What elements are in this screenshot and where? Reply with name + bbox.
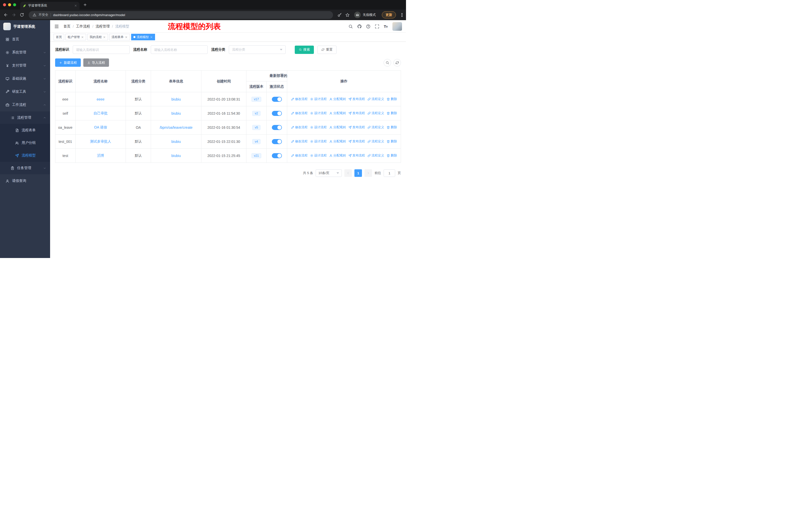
action-process-definition[interactable]: 流程定义: [368, 139, 384, 144]
action-design-process[interactable]: 设计流程: [310, 154, 327, 158]
active-status-toggle[interactable]: [272, 125, 282, 130]
action-publish-process[interactable]: 发布流程: [348, 154, 365, 158]
close-icon[interactable]: [103, 36, 106, 38]
user-avatar[interactable]: [393, 22, 402, 31]
sidebar-item-home[interactable]: 首页: [0, 33, 50, 46]
window-close-button[interactable]: [3, 3, 6, 6]
action-assign-rule[interactable]: 分配规则: [329, 125, 346, 130]
sidebar-item-devtools[interactable]: 研发工具: [0, 85, 50, 98]
action-publish-process[interactable]: 发布流程: [348, 111, 365, 115]
sidebar-item-workflow[interactable]: 工作流程: [0, 98, 50, 111]
action-delete[interactable]: 删除: [387, 139, 397, 144]
security-warning-icon[interactable]: [33, 13, 36, 17]
prev-page-button[interactable]: [344, 169, 352, 177]
breadcrumb-item-process-mgmt[interactable]: 流程管理: [96, 24, 110, 29]
bookmark-star-icon[interactable]: [345, 13, 350, 17]
process-id-input[interactable]: [73, 45, 129, 54]
action-edit-process[interactable]: 修改流程: [291, 125, 308, 130]
action-delete[interactable]: 删除: [387, 111, 397, 115]
sidebar-item-payment[interactable]: 支付管理: [0, 59, 50, 72]
password-key-icon[interactable]: [338, 13, 342, 17]
version-badge[interactable]: v4: [252, 139, 261, 144]
import-process-button[interactable]: 导入流程: [83, 58, 109, 67]
browser-menu-icon[interactable]: [402, 13, 403, 17]
chrome-update-button[interactable]: 更新: [382, 11, 396, 19]
reset-button[interactable]: 重置: [317, 46, 337, 54]
action-assign-rule[interactable]: 分配规则: [329, 139, 346, 144]
form-info-link[interactable]: biubiu: [171, 154, 181, 158]
help-icon[interactable]: [366, 24, 371, 29]
close-icon[interactable]: [125, 36, 127, 38]
sidebar-item-user-group[interactable]: 用户分组: [0, 137, 50, 149]
refresh-table-button[interactable]: [394, 59, 401, 66]
tag-tenant[interactable]: 租户管理: [65, 34, 86, 40]
action-delete[interactable]: 删除: [387, 154, 397, 158]
action-assign-rule[interactable]: 分配规则: [329, 154, 346, 158]
back-icon[interactable]: [3, 12, 8, 17]
tag-home[interactable]: 首页: [54, 34, 64, 40]
active-status-toggle[interactable]: [272, 97, 282, 102]
action-assign-rule[interactable]: 分配规则: [329, 111, 346, 115]
search-button[interactable]: 搜索: [295, 46, 314, 54]
action-publish-process[interactable]: 发布流程: [348, 139, 365, 144]
action-publish-process[interactable]: 发布流程: [348, 125, 365, 130]
version-badge[interactable]: v5: [252, 125, 261, 130]
action-process-definition[interactable]: 流程定义: [368, 154, 384, 158]
reload-icon[interactable]: [20, 12, 24, 17]
tag-process-form[interactable]: 流程表单: [109, 34, 130, 40]
fullscreen-icon[interactable]: [375, 24, 379, 29]
version-badge[interactable]: v17: [252, 97, 261, 102]
action-process-definition[interactable]: 流程定义: [368, 125, 384, 130]
action-process-definition[interactable]: 流程定义: [368, 97, 384, 101]
breadcrumb-item-home[interactable]: 首页: [63, 24, 70, 29]
action-delete[interactable]: 删除: [387, 125, 397, 130]
action-edit-process[interactable]: 修改流程: [291, 154, 308, 158]
version-badge[interactable]: v21: [252, 153, 261, 158]
browser-tab[interactable]: 芋道管理系统: [20, 2, 80, 9]
window-zoom-button[interactable]: [13, 3, 16, 6]
action-edit-process[interactable]: 修改流程: [291, 97, 308, 101]
sidebar-item-task-mgmt[interactable]: 任务管理: [0, 162, 50, 174]
breadcrumb-item-workflow[interactable]: 工作流程: [76, 24, 90, 29]
process-name-input[interactable]: [151, 45, 208, 54]
next-page-button[interactable]: [365, 169, 372, 177]
active-status-toggle[interactable]: [272, 139, 282, 144]
action-design-process[interactable]: 设计流程: [310, 111, 327, 115]
process-name-link[interactable]: 滔博: [97, 154, 104, 158]
sidebar-item-process-mgmt[interactable]: 流程管理: [0, 111, 50, 124]
window-minimize-button[interactable]: [8, 3, 11, 6]
close-icon[interactable]: [150, 36, 153, 38]
action-delete[interactable]: 删除: [387, 97, 397, 101]
process-name-link[interactable]: 测试多审批人: [90, 139, 111, 143]
action-publish-process[interactable]: 发布流程: [348, 97, 365, 101]
search-icon[interactable]: [348, 24, 353, 29]
form-info-link[interactable]: biubiu: [171, 111, 181, 115]
action-design-process[interactable]: 设计流程: [310, 125, 327, 130]
process-name-link[interactable]: 自己审批: [94, 111, 108, 115]
action-assign-rule[interactable]: 分配规则: [329, 97, 346, 101]
tag-process-model[interactable]: 流程模型: [131, 34, 155, 40]
close-icon[interactable]: [81, 36, 84, 38]
sidebar-item-process-form[interactable]: 流程表单: [0, 124, 50, 137]
category-select[interactable]: 流程分类: [229, 45, 286, 54]
create-process-button[interactable]: 新建流程: [55, 58, 81, 67]
process-name-link[interactable]: OA 请假: [94, 125, 107, 129]
toggle-search-button[interactable]: [384, 59, 391, 66]
font-size-icon[interactable]: [384, 24, 388, 29]
sidebar-item-system[interactable]: 系统管理: [0, 46, 50, 59]
action-edit-process[interactable]: 修改流程: [291, 111, 308, 115]
form-info-link[interactable]: /bpm/oa/leave/create: [160, 126, 193, 130]
github-icon[interactable]: [357, 24, 362, 29]
sidebar-item-infra[interactable]: 基础设施: [0, 72, 50, 85]
action-edit-process[interactable]: 修改流程: [291, 139, 308, 144]
tab-close-icon[interactable]: [74, 4, 77, 7]
page-1-button[interactable]: 1: [354, 169, 362, 177]
sidebar-item-process-model[interactable]: 流程模型: [0, 149, 50, 162]
action-design-process[interactable]: 设计流程: [310, 139, 327, 144]
tag-my-process[interactable]: 我的流程: [87, 34, 108, 40]
sidebar-item-leave-query[interactable]: 请假查询: [0, 174, 50, 187]
address-bar[interactable]: 不安全 dashboard.yudao.iocoder.cn/bpm/manag…: [29, 11, 333, 19]
new-tab-button[interactable]: [83, 3, 87, 7]
form-info-link[interactable]: biubiu: [171, 97, 181, 101]
action-process-definition[interactable]: 流程定义: [368, 111, 384, 115]
